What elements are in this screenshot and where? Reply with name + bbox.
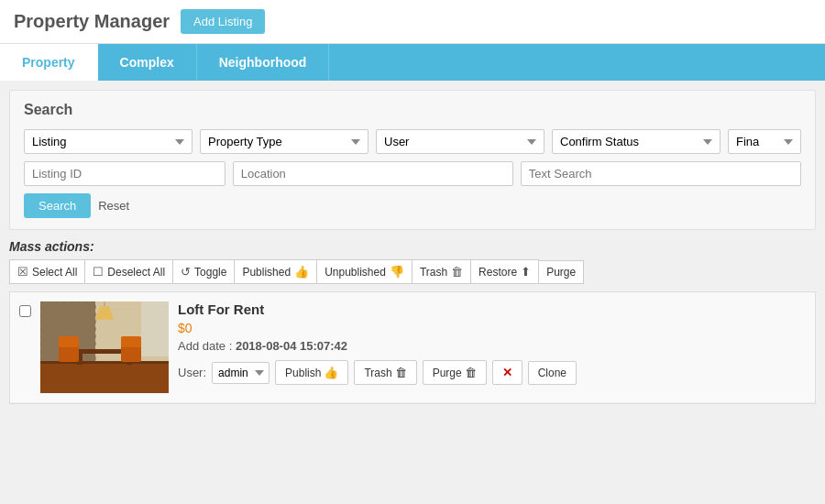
mass-actions-panel: Mass actions: ☒ Select All ☐ Deselect Al… xyxy=(9,239,816,284)
tab-property[interactable]: Property xyxy=(0,44,98,81)
app-header: Property Manager Add Listing xyxy=(0,0,825,44)
location-input[interactable] xyxy=(233,161,513,186)
user-label: User: xyxy=(178,366,206,379)
search-row-inputs xyxy=(24,161,801,186)
listing-title: Loft For Rent xyxy=(178,301,806,317)
unpublished-button[interactable]: Unpublished 👎 xyxy=(316,259,412,284)
listing-actions: User: admin Publish 👍 Trash 🗑 Purge 🗑 xyxy=(178,360,806,385)
svg-rect-10 xyxy=(59,336,79,347)
text-search-input[interactable] xyxy=(521,161,801,186)
toggle-icon: ↺ xyxy=(181,265,191,279)
select-all-button[interactable]: ☒ Select All xyxy=(9,259,85,284)
reset-button[interactable]: Reset xyxy=(98,199,129,213)
confirm-status-select[interactable]: Confirm Status xyxy=(552,129,720,154)
listings-list: Loft For Rent $0 Add date : 2018-08-04 1… xyxy=(9,291,816,404)
select-all-icon: ☒ xyxy=(17,265,28,279)
toggle-button[interactable]: ↺ Toggle xyxy=(172,259,235,284)
svg-rect-8 xyxy=(59,345,79,362)
svg-rect-14 xyxy=(141,301,169,356)
user-select[interactable]: User xyxy=(376,129,544,154)
listing-content: Loft For Rent $0 Add date : 2018-08-04 1… xyxy=(178,301,806,385)
publish-button[interactable]: Publish 👍 xyxy=(275,360,348,385)
property-type-select[interactable]: Property Type xyxy=(200,129,368,154)
restore-icon: ⬆ xyxy=(521,265,531,279)
search-button[interactable]: Search xyxy=(24,193,91,218)
clone-button[interactable]: Clone xyxy=(528,361,577,385)
listing-price: $0 xyxy=(178,321,806,335)
close-icon: ✕ xyxy=(502,366,512,379)
publish-thumb-icon: 👍 xyxy=(324,366,338,379)
mass-actions-bar: ☒ Select All ☐ Deselect All ↺ Toggle Pub… xyxy=(9,259,816,284)
listing-date: Add date : 2018-08-04 15:07:42 xyxy=(178,339,806,353)
svg-rect-11 xyxy=(121,336,141,347)
search-actions: Search Reset xyxy=(24,193,801,218)
add-listing-button[interactable]: Add Listing xyxy=(181,9,265,34)
trash-icon: 🗑 xyxy=(395,366,407,379)
unpublished-icon: 👎 xyxy=(390,265,404,279)
listing-image xyxy=(40,301,169,393)
search-panel: Search Listing Property Type User Confir… xyxy=(9,90,816,230)
fina-select[interactable]: Fina xyxy=(728,129,801,154)
purge-icon: 🗑 xyxy=(465,366,477,379)
purge-button[interactable]: Purge 🗑 xyxy=(423,360,487,385)
svg-rect-9 xyxy=(121,345,141,362)
listing-select[interactable]: Listing xyxy=(24,129,192,154)
mass-actions-title: Mass actions: xyxy=(9,239,816,254)
listing-id-input[interactable] xyxy=(24,161,226,186)
tab-neighborhood[interactable]: Neighborhood xyxy=(197,44,330,81)
item-checkbox[interactable] xyxy=(19,305,31,317)
app-title: Property Manager xyxy=(14,11,170,32)
trash-mass-icon: 🗑 xyxy=(451,265,463,279)
published-icon: 👍 xyxy=(294,265,309,279)
search-row-dropdowns: Listing Property Type User Confirm Statu… xyxy=(24,129,801,154)
tab-complex[interactable]: Complex xyxy=(98,44,197,81)
deselect-all-icon: ☐ xyxy=(93,265,104,279)
trash-mass-button[interactable]: Trash 🗑 xyxy=(412,259,471,284)
tabs-bar: Property Complex Neighborhood xyxy=(0,44,825,81)
user-dropdown[interactable]: admin xyxy=(212,362,270,384)
close-button[interactable]: ✕ xyxy=(492,360,522,385)
trash-button[interactable]: Trash 🗑 xyxy=(354,360,416,385)
table-row: Loft For Rent $0 Add date : 2018-08-04 1… xyxy=(10,292,815,403)
deselect-all-button[interactable]: ☐ Deselect All xyxy=(84,259,173,284)
restore-button[interactable]: Restore ⬆ xyxy=(470,259,539,284)
purge-mass-button[interactable]: Purge xyxy=(538,260,584,284)
published-button[interactable]: Published 👍 xyxy=(234,259,317,284)
svg-rect-3 xyxy=(40,361,169,393)
search-title: Search xyxy=(24,102,801,118)
